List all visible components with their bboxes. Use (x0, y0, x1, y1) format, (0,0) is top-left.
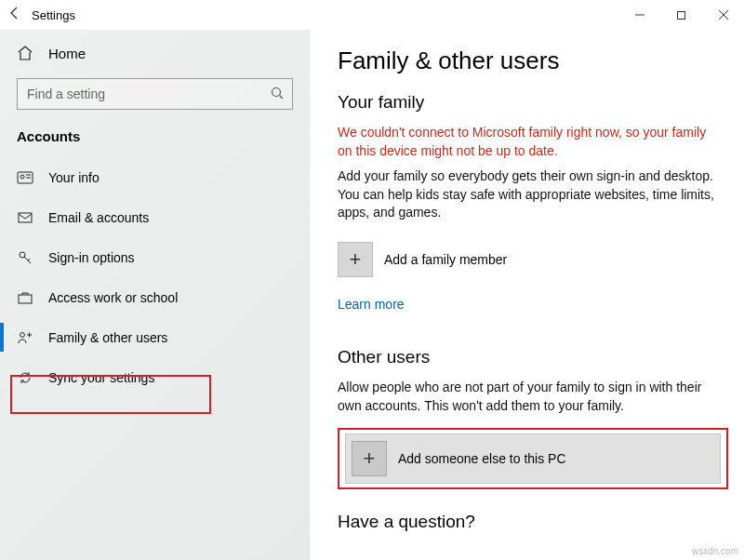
person-card-icon (17, 169, 37, 186)
window-title: Settings (30, 8, 75, 22)
highlight-box-add-other: + Add someone else to this PC (338, 428, 728, 489)
add-family-member-button[interactable]: + Add a family member (338, 235, 716, 284)
sidebar-item-label: Sign-in options (37, 250, 135, 265)
watermark: wsxdn.com (692, 546, 738, 556)
family-error-text: We couldn't connect to Microsoft family … (338, 124, 716, 160)
search-input[interactable]: Find a setting (17, 78, 293, 110)
home-label: Home (37, 46, 86, 61)
svg-rect-8 (19, 213, 32, 222)
sidebar-item-label: Email & accounts (37, 210, 149, 225)
sidebar-item-sync-settings[interactable]: Sync your settings (0, 357, 310, 397)
sidebar-item-label: Your info (37, 170, 100, 185)
svg-rect-10 (19, 295, 32, 303)
sidebar-item-email-accounts[interactable]: Email & accounts (0, 197, 310, 237)
page-title: Family & other users (338, 47, 716, 75)
maximize-button[interactable] (660, 0, 702, 30)
add-other-label: Add someone else to this PC (398, 451, 566, 466)
add-family-label: Add a family member (384, 252, 507, 267)
other-users-description: Allow people who are not part of your fa… (338, 379, 716, 415)
svg-line-3 (280, 95, 284, 99)
search-placeholder: Find a setting (27, 87, 270, 101)
sidebar-item-access-work-school[interactable]: Access work or school (0, 277, 310, 317)
sidebar-item-signin-options[interactable]: Sign-in options (0, 237, 310, 277)
family-description: Add your family so everybody gets their … (338, 167, 716, 222)
mail-icon (17, 209, 37, 226)
sidebar-item-label: Access work or school (37, 290, 178, 305)
add-someone-else-button[interactable]: + Add someone else to this PC (345, 433, 721, 484)
sync-icon (17, 369, 37, 386)
people-icon (17, 329, 37, 346)
home-nav[interactable]: Home (0, 33, 310, 73)
sidebar-item-family-other-users[interactable]: Family & other users (0, 317, 310, 357)
briefcase-icon (17, 289, 37, 306)
minimize-button[interactable] (618, 0, 660, 30)
svg-point-2 (272, 87, 281, 96)
plus-icon: + (338, 242, 373, 277)
svg-point-11 (20, 332, 25, 337)
svg-rect-1 (678, 11, 685, 19)
home-icon (17, 45, 37, 61)
family-heading: Your family (338, 92, 716, 113)
learn-more-link[interactable]: Learn more (338, 297, 405, 312)
other-users-heading: Other users (338, 347, 716, 367)
main-content: Family & other users Your family We coul… (310, 30, 744, 560)
key-icon (17, 249, 37, 266)
sidebar-section-title: Accounts (0, 119, 310, 157)
sidebar: Home Find a setting Accounts Your info (0, 30, 310, 560)
search-icon (270, 86, 285, 103)
titlebar: Settings (0, 0, 744, 30)
sidebar-item-label: Sync your settings (37, 370, 154, 385)
close-button[interactable] (702, 0, 744, 30)
svg-point-5 (20, 175, 24, 179)
sidebar-item-your-info[interactable]: Your info (0, 157, 310, 197)
sidebar-item-label: Family & other users (37, 330, 167, 345)
back-button[interactable] (0, 6, 30, 24)
have-a-question-heading: Have a question? (338, 512, 716, 532)
plus-icon: + (352, 441, 387, 476)
